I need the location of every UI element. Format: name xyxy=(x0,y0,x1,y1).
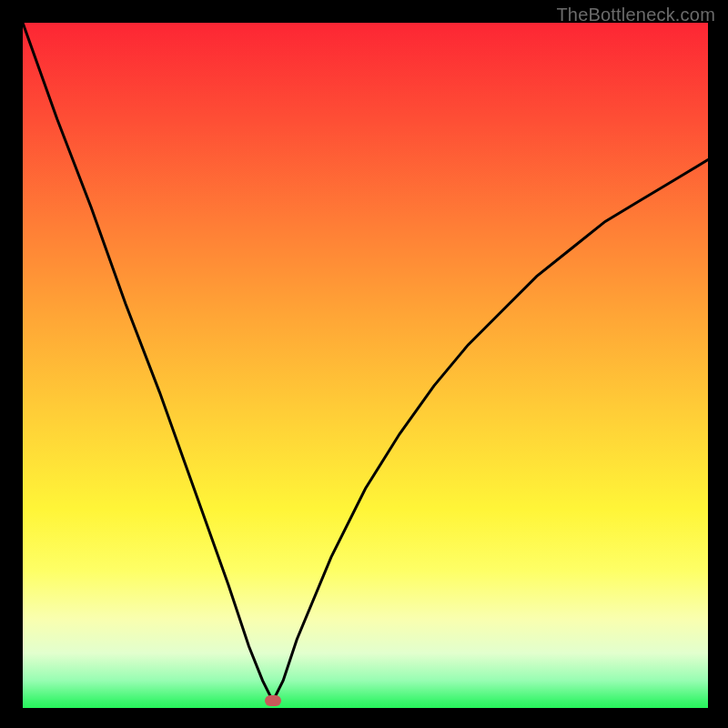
watermark-text: TheBottleneck.com xyxy=(556,5,715,25)
chart-frame: TheBottleneck.com xyxy=(0,0,728,728)
bottleneck-curve xyxy=(23,23,708,701)
curve-layer xyxy=(23,23,708,708)
minimum-marker xyxy=(265,695,281,706)
